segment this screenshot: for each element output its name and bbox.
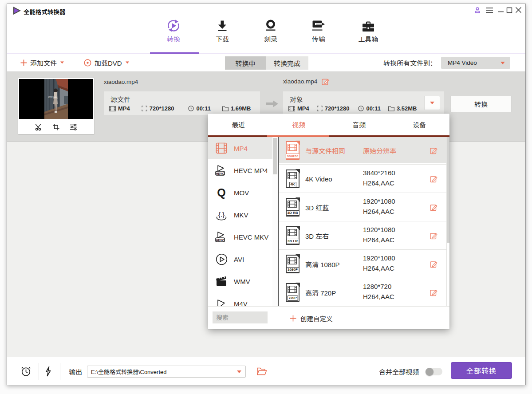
crop-icon[interactable]	[52, 123, 60, 131]
preset-list-scrollbar[interactable]	[446, 137, 449, 306]
create-custom-button[interactable]: 创建自定义	[290, 307, 333, 330]
plus-icon	[290, 315, 296, 322]
format-item-mp4[interactable]: MP4	[208, 137, 272, 159]
close-button[interactable]	[515, 6, 522, 14]
format-item-hevc-mp4[interactable]: HEVC HEVC MP4	[208, 159, 272, 181]
merge-toggle[interactable]	[426, 368, 442, 375]
preset-hd-1080p[interactable]: 1080P 高清 1080P 1920*1080H264,AAC	[279, 249, 446, 278]
preset-4k[interactable]: 4K 4K Video 3840*2160H264,AAC	[279, 164, 446, 193]
nav-tab-convert[interactable]: 转换	[149, 19, 198, 43]
edit-preset-icon[interactable]	[430, 146, 437, 154]
tab-converted[interactable]: 转换完成	[266, 56, 308, 70]
schedule-icon[interactable]	[20, 366, 32, 377]
load-dvd-button[interactable]: 加载DVD	[84, 58, 130, 67]
preset-resolution: 1280*720	[363, 283, 394, 290]
open-folder-icon[interactable]	[257, 367, 267, 375]
preset-name: 3D 红蓝	[305, 202, 329, 212]
account-icon[interactable]	[473, 6, 481, 14]
format-list: MP4 HEVC HEVC MP4 Q	[208, 137, 272, 306]
preset-badge: 3D LR	[286, 239, 299, 244]
format-dropdown-button[interactable]	[424, 96, 440, 110]
bottom-bar: 输出 合并全部视频 全部转换	[7, 357, 525, 385]
format-caret-icon	[500, 62, 505, 64]
preset-3d-rb[interactable]: 3D RB 3D 红蓝 1920*1080H264,AAC	[279, 193, 446, 221]
load-dvd-label: 加载DVD	[95, 58, 122, 67]
minimize-button[interactable]	[497, 6, 504, 14]
format-item-avi[interactable]: AVI	[208, 248, 272, 270]
nav-tab-toolbox[interactable]: 工具箱	[344, 19, 393, 43]
preset-3d-lr[interactable]: 3D LR 3D 左右 1920*1080H264,AAC	[279, 221, 446, 249]
clock-icon	[188, 106, 194, 111]
format-item-m4v[interactable]: M4V	[208, 292, 272, 306]
format-item-mkv[interactable]: {.} MKV	[208, 204, 272, 226]
add-files-button[interactable]: 添加文件	[20, 58, 64, 67]
edit-preset-icon[interactable]	[430, 175, 437, 182]
popup-tab-video[interactable]: 视频	[268, 114, 329, 135]
app-window: 全能格式转换器	[7, 4, 526, 385]
preset-specs: 1920*1080H264,AAC	[363, 197, 395, 215]
preset-specs: 原始分辨率	[363, 146, 396, 155]
transfer-icon	[294, 19, 343, 32]
format-item-hevc-mkv[interactable]: HEVC HEVC MKV	[208, 226, 272, 248]
burn-icon	[246, 19, 295, 32]
preset-name: 3D 左右	[305, 231, 329, 240]
thumbnail-toolbar	[18, 120, 94, 134]
separator	[39, 363, 39, 380]
convert-button[interactable]: 转换	[450, 96, 512, 112]
menu-icon[interactable]	[485, 6, 493, 14]
nav-tab-transfer[interactable]: 传输	[294, 19, 343, 43]
preset-specs: 3840*2160H264,AAC	[363, 169, 395, 187]
edit-preset-icon[interactable]	[430, 288, 437, 296]
resolution-icon	[142, 106, 147, 111]
edit-preset-icon[interactable]	[430, 260, 437, 268]
popup-tab-recent[interactable]: 最近	[208, 114, 268, 135]
output-format-select[interactable]: MP4 Video	[441, 57, 510, 69]
toolbar-right-group: 转换所有文件到： MP4 Video	[383, 54, 510, 71]
hevc-mp4-icon: HEVC	[215, 163, 228, 177]
popup-tab-device[interactable]: 设备	[389, 114, 449, 135]
convert-all-button[interactable]: 全部转换	[451, 362, 512, 379]
preset-same-as-source[interactable]: source 与源文件相同 原始分辨率	[279, 137, 446, 163]
trim-icon[interactable]	[35, 123, 43, 131]
scrollbar-thumb[interactable]	[273, 138, 277, 174]
merge-all-label: 合并全部视频	[379, 366, 419, 376]
format-list-scrollbar[interactable]	[272, 137, 278, 306]
format-label: MP4	[234, 145, 248, 152]
stat-value: 00:11	[366, 105, 381, 112]
mkv-icon: {.}	[215, 208, 228, 222]
popup-footer: 创建自定义	[208, 306, 449, 329]
toggle-knob	[426, 368, 433, 376]
tab-converting[interactable]: 转换中	[225, 56, 266, 70]
edit-preset-icon[interactable]	[430, 203, 437, 211]
output-path-field	[87, 366, 246, 378]
stat-value: MP4	[297, 105, 309, 112]
folder-icon	[388, 106, 394, 111]
convert-status-tabs: 转换中 转换完成	[225, 56, 308, 70]
preset-hd-1080p-icon: 1080P	[286, 255, 299, 273]
preset-hd-720p[interactable]: 720P 高清 720P 1280*720H264,AAC	[279, 278, 446, 306]
output-path-caret-icon[interactable]	[237, 370, 241, 373]
preset-resolution: 1920*1080	[363, 226, 395, 233]
source-box-title: 源文件	[110, 95, 130, 104]
format-item-mov[interactable]: Q MOV	[208, 181, 272, 204]
target-resolution: 720*1280	[317, 105, 350, 112]
hardware-accel-icon[interactable]	[44, 366, 52, 377]
format-item-wmv[interactable]: WMV	[208, 270, 272, 292]
nav-tab-download[interactable]: 下载	[198, 19, 247, 43]
preset-resolution: 3840*2160	[363, 169, 395, 177]
search-input[interactable]	[213, 311, 268, 323]
effects-icon[interactable]	[70, 123, 77, 131]
preset-list: source 与源文件相同 原始分辨率	[279, 137, 446, 306]
edit-preset-icon[interactable]	[430, 232, 437, 239]
rename-icon[interactable]	[322, 78, 329, 85]
maximize-button[interactable]	[505, 6, 513, 14]
output-path-input[interactable]	[87, 366, 245, 377]
resolution-icon	[317, 106, 323, 111]
format-label: MOV	[234, 189, 249, 197]
video-thumbnail[interactable]: MRP2 Studio	[19, 79, 93, 119]
mp4-icon	[215, 141, 228, 155]
popup-tab-audio[interactable]: 音频	[329, 114, 389, 135]
nav-tab-burn[interactable]: 刻录	[246, 19, 295, 43]
preset-badge: 1080P	[286, 267, 299, 272]
scrollbar-thumb[interactable]	[447, 137, 449, 243]
